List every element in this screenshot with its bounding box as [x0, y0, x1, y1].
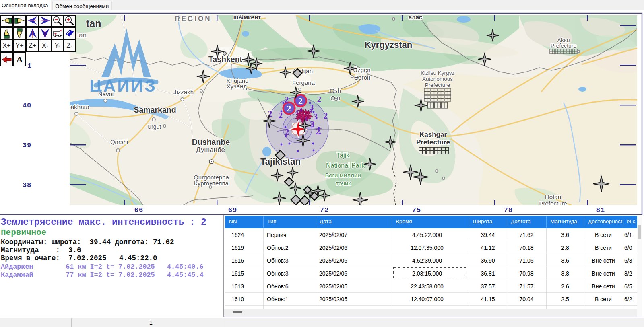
svg-text:Kashgar: Kashgar — [419, 131, 447, 138]
svg-text:Bukhara: Bukhara — [67, 103, 90, 110]
svg-text:Tashkent: Tashkent — [208, 55, 243, 64]
svg-text:2: 2 — [287, 103, 291, 113]
svg-text:Qarshi: Qarshi — [110, 138, 128, 145]
svg-text:Navoi: Navoi — [98, 90, 114, 97]
svg-text:Душанбе: Душанбе — [196, 146, 225, 154]
svg-text:Хучанд: Хучанд — [227, 83, 247, 90]
svg-text:Osh: Osh — [330, 87, 341, 94]
svg-text:National Park: National Park — [326, 162, 365, 169]
svg-text:Autonomous: Autonomous — [422, 76, 453, 82]
svg-text:an: an — [79, 31, 87, 39]
svg-text:Üzgen: Üzgen — [353, 66, 370, 73]
svg-text:78: 78 — [504, 206, 513, 214]
svg-text:81: 81 — [596, 206, 605, 214]
svg-text:4: 4 — [295, 109, 298, 115]
svg-text:3: 3 — [310, 103, 314, 112]
svg-text:Боги миллии: Боги миллии — [325, 172, 361, 179]
svg-text:Prefecture: Prefecture — [425, 82, 450, 88]
svg-text:REGION: REGION — [175, 15, 211, 23]
svg-text:Samarkand: Samarkand — [134, 105, 176, 114]
svg-text:2: 2 — [298, 96, 303, 106]
svg-text:75: 75 — [412, 206, 421, 214]
svg-text:2: 2 — [285, 127, 289, 137]
svg-text:40: 40 — [23, 102, 31, 109]
svg-text:Jizzakh: Jizzakh — [173, 88, 194, 95]
svg-text:Өзгөн: Өзгөн — [354, 74, 371, 81]
svg-text:Dushanbe: Dushanbe — [192, 138, 230, 146]
svg-text:tan: tan — [86, 18, 101, 29]
svg-text:4: 4 — [299, 107, 302, 113]
svg-text:38: 38 — [23, 181, 31, 189]
svg-text:2: 2 — [279, 111, 283, 120]
svg-text:2: 2 — [324, 111, 328, 121]
svg-text:2: 2 — [316, 127, 320, 136]
svg-text:2: 2 — [317, 95, 322, 104]
svg-text:72: 72 — [320, 206, 329, 214]
svg-text:3: 3 — [314, 112, 318, 121]
svg-text:Кургонтеппа: Кургонтеппа — [194, 180, 229, 187]
svg-text:Tajik: Tajik — [336, 152, 350, 159]
svg-text:Hotan: Hotan — [545, 193, 561, 200]
svg-text:66: 66 — [134, 206, 143, 214]
svg-text:Kizilsu Kyrgyz: Kizilsu Kyrgyz — [421, 70, 454, 76]
svg-text:1: 1 — [27, 62, 31, 70]
svg-text:2: 2 — [285, 95, 289, 105]
svg-text:Fergana: Fergana — [292, 79, 315, 86]
svg-text:Urgut: Urgut — [147, 123, 161, 130]
svg-text:Prefecture: Prefecture — [551, 43, 577, 49]
svg-text:Prefecture: Prefecture — [416, 138, 450, 146]
svg-text:точик: точик — [336, 180, 351, 187]
svg-text:69: 69 — [228, 206, 237, 214]
svg-text:39: 39 — [23, 142, 31, 149]
svg-text:Kyrgyzstan: Kyrgyzstan — [365, 40, 413, 50]
